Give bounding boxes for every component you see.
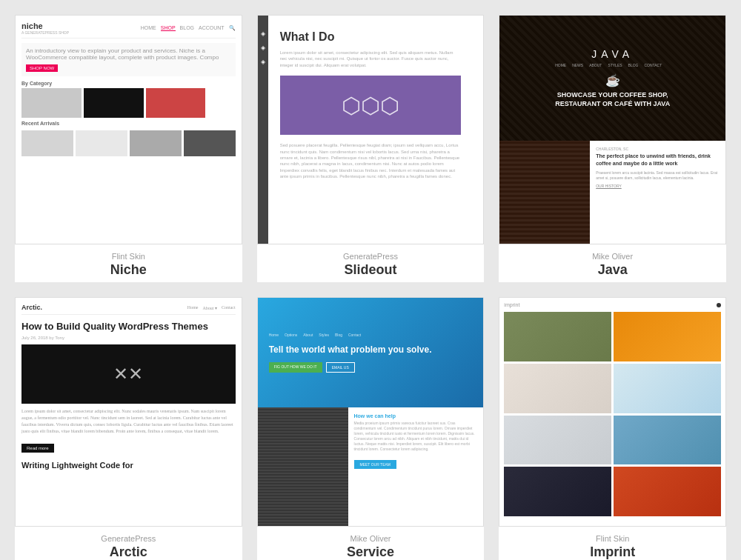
service-cta-button[interactable]: FIG OUT HOW WE DO IT [269,362,322,373]
cat-hoodies[interactable] [21,88,82,118]
caption-title-arctic: Arctic [15,544,242,560]
caption-top-service: Mike Oliver [257,534,485,543]
arctic-featured-image: ✕✕ [21,344,236,404]
recent-item-2[interactable] [76,130,127,156]
imprint-dot [717,303,721,307]
cube-icon: ⬡⬡⬡ [342,93,399,119]
gallery-item-java[interactable]: JAVA HOMENEWSABOUTSTYLESBLOGCONTACT ☕ SH… [499,15,726,282]
arctic-date: July 26, 2018 by Tony [21,336,236,340]
caption-title-java: Java [499,262,726,278]
caption-title-service: Service [257,544,485,560]
imprint-cell-4[interactable] [614,364,721,413]
gallery-item-niche[interactable]: niche A GENERATEPRESS SHOP HOMESHOPBLOGA… [15,15,242,282]
cross-icon: ✕✕ [113,364,143,384]
java-hero: JAVA HOMENEWSABOUTSTYLESBLOGCONTACT ☕ SH… [499,16,725,141]
service-team-button[interactable]: MEET OUR TEAM [354,460,397,469]
caption-top-niche: Flint Skin [15,252,242,261]
slideout-purple-box: ⬡⬡⬡ [280,76,462,135]
sidebar-icon-2[interactable]: ◈ [261,44,265,51]
imprint-cell-6[interactable] [614,416,721,465]
java-tagline: The perfect place to unwind with friends… [596,153,720,167]
thumbnail-service[interactable]: HomeOptionsAboutStylesBlogContact Tell t… [257,297,485,527]
thumbnail-niche[interactable]: niche A GENERATEPRESS SHOP HOMESHOPBLOGA… [15,15,242,244]
caption-top-java: Mike Oliver [499,252,726,261]
sidebar-icon-1[interactable]: ◈ [261,30,265,37]
imprint-cell-8[interactable] [614,467,721,516]
java-cafe-image [499,141,590,244]
service-buttons: FIG OUT HOW WE DO IT EMAIL US [269,362,355,373]
caption-title-imprint: Imprint [499,544,726,560]
java-bottom-text: CHARLESTON, SC The perfect place to unwi… [590,141,725,244]
cat-vinyl[interactable] [84,88,144,118]
niche-categories [21,88,236,118]
arctic-post-title: How to Build Quality WordPress Themes [21,321,236,333]
arctic-post2-title: Writing Lightweight Code for [21,460,236,470]
service-hero: HomeOptionsAboutStylesBlogContact Tell t… [258,298,484,407]
niche-recent-items [21,130,236,156]
niche-logo: niche [21,21,69,30]
imprint-cell-1[interactable] [504,312,611,361]
gallery-item-service[interactable]: HomeOptionsAboutStylesBlogContact Tell t… [257,297,485,560]
java-location: CHARLESTON, SC [596,147,720,151]
java-link[interactable]: OUR HISTORY [596,184,720,188]
arctic-logo: Arctic. [21,304,42,311]
service-headline: Tell the world what problem you solve. [269,344,432,356]
thumbnail-imprint[interactable]: imprint [499,297,726,527]
java-bottom-section: CHARLESTON, SC The perfect place to unwi… [499,141,725,244]
caption-top-arctic: GeneratePress [15,534,242,543]
arctic-nav: HomeAbout ▾Contact [187,305,236,310]
gallery-item-arctic[interactable]: Arctic. HomeAbout ▾Contact How to Build … [15,297,242,560]
java-brand: JAVA [555,48,670,60]
slideout-title: What I Do [280,30,462,44]
niche-nav: HOMESHOPBLOGACCOUNT 🔍 [141,25,236,31]
service-how-text: Media proeium ipsum primis vareous fuici… [354,421,478,452]
imprint-logo: imprint [504,302,519,307]
thumbnail-arctic[interactable]: Arctic. HomeAbout ▾Contact How to Build … [15,297,242,527]
imprint-cell-5[interactable] [504,416,611,465]
sidebar-icon-3[interactable]: ◈ [261,59,265,65]
recent-item-3[interactable] [130,130,182,156]
caption-service: Mike Oliver Service [257,527,485,560]
caption-title-slideout: Slideout [257,262,485,278]
caption-niche: Flint Skin Niche [15,244,242,282]
service-bottom: How we can help Media proeium ipsum prim… [258,407,484,526]
imprint-cell-2[interactable] [614,312,721,361]
java-headline: SHOWCASE YOUR COFFEE SHOP,RESTAURANT OR … [555,90,670,109]
service-how-label: How we can help [354,413,478,419]
gallery-item-slideout[interactable]: What I Do Lorem ipsum dolor sit amet, co… [257,15,485,282]
service-nav: HomeOptionsAboutStylesBlogContact [269,333,362,337]
niche-intro: An introductory view to explain your pro… [26,47,231,61]
java-content: JAVA HOMENEWSABOUTSTYLESBLOGCONTACT ☕ SH… [555,48,670,109]
caption-top-slideout: GeneratePress [257,252,485,261]
java-desc: Praesent lorem arcu suscipit lacinia. Se… [596,170,720,181]
java-nav: HOMENEWSABOUTSTYLESBLOGCONTACT [555,63,670,67]
thumbnail-java[interactable]: JAVA HOMENEWSABOUTSTYLESBLOGCONTACT ☕ SH… [499,15,726,244]
service-email-button[interactable]: EMAIL US [326,362,355,373]
imprint-header: imprint [504,302,721,307]
caption-arctic: GeneratePress Arctic [15,527,242,560]
imprint-cell-3[interactable] [504,364,611,413]
arctic-read-more[interactable]: Read more [21,444,54,453]
imprint-image-grid [504,312,721,516]
niche-shop-btn[interactable]: SHOP NOW [26,64,58,72]
recent-item-4[interactable] [184,130,236,156]
niche-by-category: By Category [21,81,236,86]
thumbnail-slideout[interactable]: What I Do Lorem ipsum dolor sit amet, co… [257,15,485,244]
arctic-header: Arctic. HomeAbout ▾Contact [21,304,236,315]
service-content: How we can help Media proeium ipsum prim… [348,407,484,526]
imprint-cell-7[interactable] [504,467,611,516]
gallery-grid: niche A GENERATEPRESS SHOP HOMESHOPBLOGA… [0,0,741,560]
slideout-text2: Sed posuere placerat feugilla. Pellentes… [280,142,462,179]
coffee-cup-icon: ☕ [555,73,670,87]
arctic-body: Lorem ipsum dolor sit amet, consectetur … [21,408,236,435]
recent-item-1[interactable] [21,130,73,156]
niche-sub: A GENERATEPRESS SHOP [21,30,69,35]
niche-recent-label: Recent Arrivals [21,121,236,126]
caption-imprint: Flint Skin Imprint [499,527,726,560]
cat-toys[interactable] [146,88,206,118]
slideout-text1: Lorem ipsum dolor sit amet, consectetur … [280,50,462,68]
caption-slideout: GeneratePress Slideout [257,244,485,282]
caption-top-imprint: Flint Skin [499,534,726,543]
caption-java: Mike Oliver Java [499,244,726,282]
gallery-item-imprint[interactable]: imprint [499,297,726,560]
